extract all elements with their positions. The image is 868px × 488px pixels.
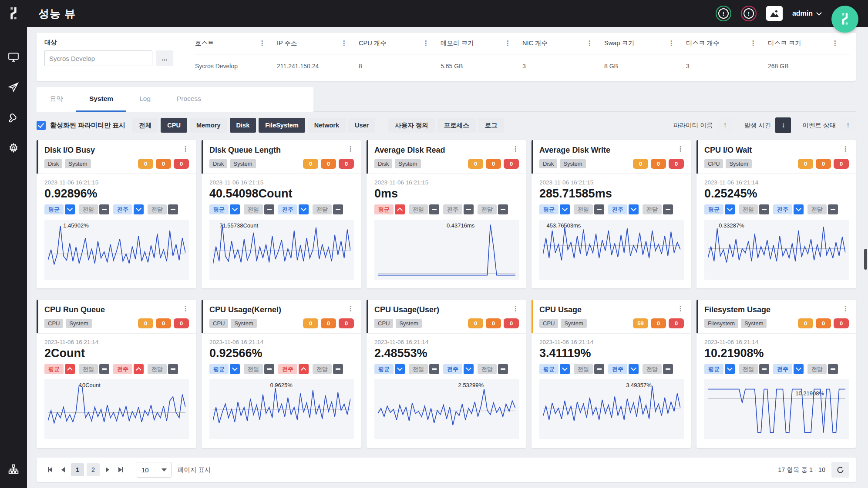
comparison-toggle[interactable]: 평균	[209, 364, 240, 374]
comparison-toggle[interactable]: 전일	[574, 204, 604, 214]
toggle-state-button[interactable]	[230, 204, 240, 214]
toggle-state-button[interactable]	[395, 364, 405, 374]
comparison-toggle[interactable]: 전달	[643, 204, 673, 214]
comparison-toggle[interactable]: 평균	[44, 204, 75, 214]
card-menu-icon[interactable]: ⋮	[347, 305, 354, 312]
tab-요약[interactable]: 요약	[37, 87, 76, 112]
toggle-state-button[interactable]	[230, 364, 240, 374]
gear-icon[interactable]	[8, 143, 19, 154]
comparison-toggle[interactable]: 평균	[539, 364, 570, 374]
page-number-button[interactable]: 2	[87, 463, 100, 476]
filter-chip[interactable]: Memory	[190, 118, 227, 133]
card-menu-icon[interactable]: ⋮	[182, 146, 189, 153]
critical-alert-icon[interactable]: !	[741, 6, 757, 21]
vertical-scrollbar-thumb[interactable]	[864, 249, 867, 270]
comparison-toggle[interactable]: 전일	[79, 364, 109, 374]
comparison-toggle[interactable]: 전주	[278, 364, 309, 374]
comparison-toggle[interactable]: 전달	[313, 204, 343, 214]
comparison-toggle[interactable]: 전일	[244, 204, 274, 214]
toggle-state-button[interactable]	[594, 204, 604, 214]
column-menu-icon[interactable]: ⋮	[340, 40, 359, 47]
toggle-state-button[interactable]	[333, 364, 343, 374]
comparison-toggle[interactable]: 전달	[807, 204, 838, 214]
toggle-state-button[interactable]	[759, 364, 769, 374]
comparison-toggle[interactable]: 전달	[313, 364, 343, 374]
comparison-toggle[interactable]: 전주	[443, 204, 474, 214]
comparison-toggle[interactable]: 전주	[773, 204, 804, 214]
refresh-button[interactable]	[831, 462, 849, 478]
topology-icon[interactable]	[8, 464, 19, 475]
comparison-toggle[interactable]: 전달	[478, 204, 508, 214]
card-menu-icon[interactable]: ⋮	[677, 146, 684, 153]
monitor-icon[interactable]	[8, 51, 19, 63]
toggle-state-button[interactable]	[828, 364, 838, 374]
normal-alert-icon[interactable]: !	[716, 6, 731, 21]
page-number-button[interactable]: 1	[71, 463, 84, 476]
card-menu-icon[interactable]: ⋮	[842, 146, 849, 153]
column-menu-icon[interactable]: ⋮	[504, 40, 522, 47]
filter-chip[interactable]: Disk	[230, 118, 256, 133]
toggle-state-button[interactable]	[429, 204, 439, 214]
wrench-icon[interactable]	[8, 112, 19, 124]
comparison-toggle[interactable]: 평균	[704, 364, 735, 374]
toggle-state-button[interactable]	[725, 364, 735, 374]
prev-page-button[interactable]	[57, 463, 70, 476]
comparison-toggle[interactable]: 전일	[409, 364, 439, 374]
toggle-state-button[interactable]	[395, 204, 405, 214]
column-menu-icon[interactable]: ⋮	[422, 40, 441, 47]
column-menu-icon[interactable]: ⋮	[668, 40, 686, 47]
toggle-state-button[interactable]	[65, 364, 75, 374]
toggle-state-button[interactable]	[663, 364, 673, 374]
comparison-toggle[interactable]: 전일	[79, 204, 109, 214]
filter-chip[interactable]: User	[348, 118, 375, 133]
sort-direction-button[interactable]: ↓	[775, 117, 791, 133]
toggle-state-button[interactable]	[65, 204, 75, 214]
toggle-state-button[interactable]	[264, 204, 274, 214]
toggle-state-button[interactable]	[629, 204, 639, 214]
filter-chip[interactable]: 사용자 정의	[388, 118, 435, 133]
comparison-toggle[interactable]: 전주	[278, 204, 309, 214]
comparison-toggle[interactable]: 전달	[643, 364, 673, 374]
toggle-state-button[interactable]	[299, 204, 309, 214]
comparison-toggle[interactable]: 전달	[478, 364, 508, 374]
filter-chip[interactable]: FileSystem	[259, 118, 305, 133]
page-size-select[interactable]: 10	[137, 462, 172, 478]
filter-chip[interactable]: 로그	[478, 118, 504, 133]
card-menu-icon[interactable]: ⋮	[512, 146, 519, 153]
comparison-toggle[interactable]: 전주	[113, 364, 144, 374]
sort-direction-button[interactable]: ↑	[840, 117, 856, 133]
toggle-state-button[interactable]	[99, 204, 109, 214]
comparison-toggle[interactable]: 전일	[739, 364, 769, 374]
filter-chip[interactable]: 프로세스	[437, 118, 476, 133]
comparison-toggle[interactable]: 평균	[374, 204, 405, 214]
toggle-state-button[interactable]	[663, 204, 673, 214]
comparison-toggle[interactable]: 전주	[608, 364, 639, 374]
column-menu-icon[interactable]: ⋮	[586, 40, 604, 47]
brand-fab-button[interactable]	[831, 6, 858, 33]
comparison-toggle[interactable]: 평균	[209, 204, 240, 214]
toggle-state-button[interactable]	[333, 204, 343, 214]
card-menu-icon[interactable]: ⋮	[842, 305, 849, 312]
toggle-state-button[interactable]	[629, 364, 639, 374]
comparison-toggle[interactable]: 전달	[148, 204, 178, 214]
comparison-toggle[interactable]: 전일	[244, 364, 274, 374]
active-params-checkbox[interactable]	[37, 121, 46, 130]
toggle-state-button[interactable]	[594, 364, 604, 374]
toggle-state-button[interactable]	[725, 204, 735, 214]
first-page-button[interactable]	[44, 463, 57, 476]
tab-process[interactable]: Process	[164, 87, 214, 112]
comparison-toggle[interactable]: 전주	[773, 364, 804, 374]
target-input[interactable]	[44, 50, 152, 66]
comparison-toggle[interactable]: 전일	[739, 204, 769, 214]
toggle-state-button[interactable]	[99, 364, 109, 374]
filter-chip[interactable]: 전체	[132, 118, 158, 133]
app-logo[interactable]	[0, 0, 27, 27]
toggle-state-button[interactable]	[134, 364, 144, 374]
target-more-button[interactable]: ...	[156, 50, 173, 66]
toggle-state-button[interactable]	[464, 364, 474, 374]
comparison-toggle[interactable]: 평균	[704, 204, 735, 214]
filter-chip[interactable]: Network	[308, 118, 346, 133]
toggle-state-button[interactable]	[560, 364, 570, 374]
toggle-state-button[interactable]	[498, 364, 508, 374]
toggle-state-button[interactable]	[464, 204, 474, 214]
